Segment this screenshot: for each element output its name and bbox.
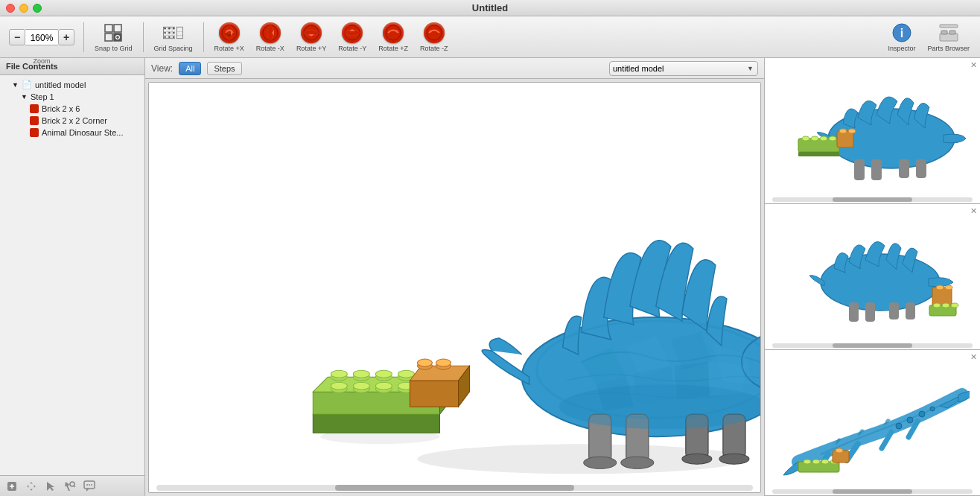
svg-point-77: [436, 359, 451, 366]
svg-marker-47: [313, 414, 439, 433]
window-title: Untitled: [472, 2, 508, 13]
svg-rect-118: [889, 302, 899, 319]
comment-button[interactable]: [82, 479, 97, 494]
panel-card-1-scrollbar[interactable]: [772, 197, 973, 202]
svg-rect-38: [940, 25, 958, 28]
zoom-control: − 160% +: [9, 29, 74, 45]
rotate-py-icon: [301, 22, 322, 43]
svg-point-42: [86, 484, 88, 486]
tree-label-brick2: Brick 2 x 2 Corner: [42, 116, 107, 125]
svg-rect-105: [916, 159, 926, 178]
move-button[interactable]: [24, 479, 39, 494]
rotate-nx-button[interactable]: Rotate -X: [252, 19, 289, 55]
zoom-label: Zoom: [33, 57, 50, 65]
rotate-px-button[interactable]: Rotate +X: [210, 19, 249, 55]
svg-point-133: [812, 460, 820, 464]
svg-point-134: [821, 460, 829, 464]
panel-card-2-scrollbar[interactable]: [772, 343, 973, 348]
rotate-ny-icon: [342, 22, 363, 43]
panel-card-3-scrollbar-thumb[interactable]: [833, 489, 913, 494]
3d-scene: [149, 83, 760, 492]
rotate-px-label: Rotate +X: [214, 45, 244, 52]
parts-browser-button[interactable]: Parts Browser: [923, 19, 974, 55]
svg-point-87: [584, 457, 617, 468]
svg-point-75: [417, 359, 432, 366]
model-select-wrapper: untitled model ▼: [609, 61, 758, 76]
rotate-nz-button[interactable]: Rotate -Z: [416, 19, 453, 55]
parts-browser-icon: [938, 22, 959, 43]
panel-card-2-close[interactable]: ✕: [970, 206, 977, 216]
main-area: File Contents ▼ 📄 untitled model ▼ Step …: [0, 58, 980, 496]
rotate-nz-icon: [424, 22, 445, 43]
inspector-button[interactable]: i Inspector: [883, 19, 920, 55]
svg-rect-21: [177, 35, 183, 36]
sidebar-tree: ▼ 📄 untitled model ▼ Step 1 Brick 2 x 6 …: [0, 75, 144, 475]
svg-point-5: [164, 27, 166, 29]
panel-card-2-scrollbar-thumb[interactable]: [833, 343, 913, 348]
svg-marker-100: [708, 360, 745, 395]
tree-label-step1: Step 1: [31, 92, 54, 101]
svg-point-113: [839, 129, 847, 133]
viewport-scrollbar-thumb[interactable]: [335, 485, 573, 491]
tree-item-step1[interactable]: ▼ Step 1: [0, 91, 144, 103]
model-select[interactable]: untitled model: [609, 61, 758, 76]
grid-spacing-button[interactable]: Grid Spacing: [150, 19, 197, 55]
svg-rect-16: [171, 27, 172, 39]
maximize-button[interactable]: [33, 4, 42, 13]
rotate-ny-button[interactable]: Rotate -Y: [334, 19, 371, 55]
snap-to-grid-button[interactable]: Snap to Grid: [90, 19, 137, 55]
svg-point-125: [942, 303, 949, 308]
snap-label: Snap to Grid: [95, 45, 133, 52]
panel-card-3-close[interactable]: ✕: [970, 352, 977, 362]
close-button[interactable]: [6, 4, 15, 13]
svg-point-13: [173, 36, 175, 38]
rotate-py-label: Rotate +Y: [296, 45, 326, 52]
panel-card-1-scrollbar-thumb[interactable]: [833, 197, 913, 202]
arrow-button[interactable]: [43, 479, 58, 494]
minimize-button[interactable]: [19, 4, 28, 13]
view-steps-button[interactable]: Steps: [207, 62, 241, 75]
tree-item-model[interactable]: ▼ 📄 untitled model: [0, 78, 144, 91]
grid-spacing-icon: [163, 22, 184, 43]
select-button[interactable]: [63, 479, 77, 494]
svg-point-44: [91, 484, 92, 486]
zoom-minus-button[interactable]: −: [9, 29, 25, 45]
viewport-scrollbar[interactable]: [156, 485, 753, 491]
panel-card-1-close[interactable]: ✕: [970, 60, 977, 70]
svg-rect-0: [105, 25, 112, 32]
rotate-py-button[interactable]: Rotate +Y: [292, 19, 331, 55]
svg-rect-103: [871, 159, 882, 180]
svg-point-56: [375, 370, 392, 378]
svg-point-139: [907, 417, 913, 423]
tree-item-brick1[interactable]: Brick 2 x 6: [0, 103, 144, 115]
view-bar: View: All Steps untitled model ▼: [145, 58, 764, 79]
tree-item-brick2[interactable]: Brick 2 x 2 Corner: [0, 115, 144, 127]
zoom-plus-button[interactable]: +: [58, 29, 74, 45]
toolbar: − 160% + Zoom Zoom Snap to Grid: [0, 16, 980, 58]
viewport[interactable]: ✕: [148, 82, 761, 493]
rotate-px-icon: [219, 22, 240, 43]
folder-icon: 📄: [22, 80, 32, 89]
rotate-pz-icon: [383, 22, 404, 43]
rotate-pz-button[interactable]: Rotate +Z: [374, 19, 413, 55]
svg-point-62: [331, 382, 347, 390]
brick-icon-3: [30, 128, 39, 137]
sidebar-bottom-bar: [0, 475, 144, 496]
svg-point-122: [945, 285, 952, 290]
panel-card-1-image: [765, 58, 980, 203]
svg-rect-20: [177, 31, 183, 32]
svg-rect-2: [105, 34, 112, 41]
tree-item-animal1[interactable]: Animal Dinosaur Ste...: [0, 127, 144, 139]
svg-point-114: [848, 129, 856, 133]
svg-rect-19: [177, 27, 183, 39]
svg-point-43: [89, 484, 90, 486]
parts-browser-label: Parts Browser: [927, 45, 970, 52]
panel-card-3-scrollbar[interactable]: [772, 489, 973, 494]
view-all-button[interactable]: All: [179, 62, 201, 75]
add-button[interactable]: [4, 479, 19, 494]
canvas-area: View: All Steps untitled model ▼ ✕: [145, 58, 764, 496]
svg-rect-107: [798, 152, 839, 156]
svg-marker-72: [410, 381, 458, 407]
file-contents-header: File Contents: [0, 58, 144, 75]
brick-icon-2: [30, 116, 39, 125]
